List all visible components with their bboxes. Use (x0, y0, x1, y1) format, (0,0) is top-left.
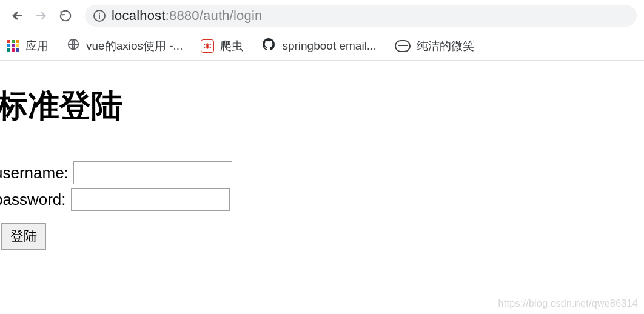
bookmark-label: springboot email... (282, 39, 376, 53)
bookmark-vue-axios[interactable]: vue的axios使用 -... (67, 38, 183, 54)
bookmarks-bar: 应用 vue的axios使用 -... 爬虫 springboot email.… (0, 32, 644, 61)
url-input[interactable]: i localhost:8880/auth/login (85, 5, 637, 27)
watermark-text: https://blog.csdn.net/qwe86314 (498, 298, 639, 309)
svg-line-6 (204, 47, 206, 47)
page-content: 标准登陆 username: password: 登陆 (0, 61, 644, 250)
arrow-right-icon (35, 9, 48, 22)
browser-address-bar: i localhost:8880/auth/login (0, 0, 644, 32)
bookmark-label: 爬虫 (220, 38, 243, 54)
bookmark-label: 应用 (25, 38, 49, 54)
svg-line-5 (210, 44, 211, 45)
login-button[interactable]: 登陆 (1, 223, 46, 250)
smiley-icon (395, 40, 411, 52)
password-input[interactable] (71, 188, 230, 211)
url-path: :8880/auth/login (166, 8, 263, 23)
username-label: username: (0, 164, 69, 182)
reload-icon (59, 9, 72, 22)
url-text: localhost:8880/auth/login (112, 8, 262, 24)
password-row: password: (0, 188, 644, 211)
forward-button[interactable] (32, 6, 51, 25)
info-icon[interactable]: i (93, 10, 106, 22)
password-label: password: (0, 190, 66, 209)
bookmark-springboot[interactable]: springboot email... (261, 37, 376, 55)
bookmark-crawler[interactable]: 爬虫 (201, 38, 243, 54)
svg-line-4 (204, 44, 206, 45)
username-row: username: (0, 161, 644, 184)
bookmark-label: 纯洁的微笑 (417, 38, 474, 54)
url-host: localhost (112, 8, 166, 23)
arrow-left-icon (10, 9, 24, 22)
back-button[interactable] (7, 6, 27, 25)
bookmark-label: vue的axios使用 -... (86, 38, 183, 54)
username-input[interactable] (73, 161, 232, 184)
bug-icon (201, 39, 214, 53)
github-icon (261, 37, 276, 55)
apps-grid-icon (7, 40, 19, 52)
svg-line-7 (210, 47, 211, 47)
reload-button[interactable] (56, 6, 75, 25)
bookmark-pure-smile[interactable]: 纯洁的微笑 (395, 38, 474, 54)
bookmark-apps[interactable]: 应用 (7, 38, 49, 54)
globe-icon (67, 38, 80, 54)
svg-rect-3 (207, 43, 209, 48)
page-title: 标准登陆 (0, 85, 644, 127)
